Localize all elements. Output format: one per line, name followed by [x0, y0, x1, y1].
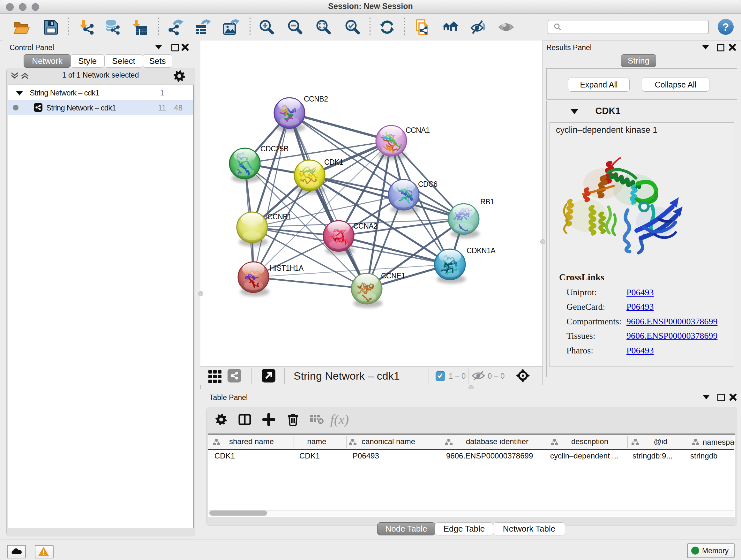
svg-text:CCNB2: CCNB2	[304, 95, 328, 103]
svg-text:CDC6: CDC6	[418, 180, 437, 188]
svg-text:CCNA2: CCNA2	[353, 222, 377, 230]
svg-text:CDK1: CDK1	[324, 158, 343, 166]
svg-text:RB1: RB1	[480, 198, 494, 206]
svg-text:?: ?	[723, 21, 729, 33]
svg-text:CCNE1: CCNE1	[381, 272, 405, 280]
svg-text:CCNB1: CCNB1	[267, 212, 291, 221]
svg-text:CCNA1: CCNA1	[406, 126, 429, 134]
svg-text:CDKN1A: CDKN1A	[467, 246, 495, 255]
svg-text:CDC25B: CDC25B	[260, 145, 288, 153]
svg-text:HIST1H1A: HIST1H1A	[270, 264, 304, 272]
